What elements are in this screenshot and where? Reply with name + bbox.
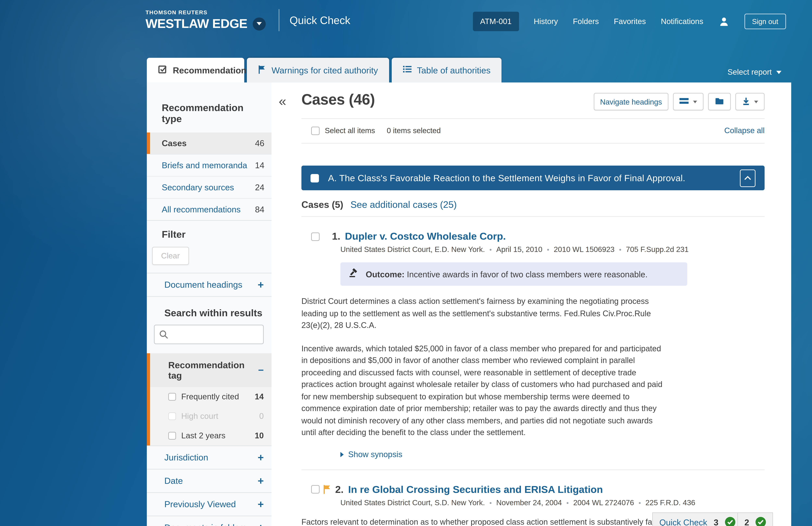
- filter-option-frequently-cited[interactable]: Frequently cited 14: [147, 387, 272, 407]
- select-all-checkbox[interactable]: [311, 126, 320, 135]
- section-heading-text: A. The Class's Favorable Reaction to the…: [328, 173, 685, 183]
- view-options-button[interactable]: [673, 93, 704, 111]
- search-within-results-input[interactable]: [154, 325, 264, 344]
- cases-subheader: Cases (5) See additional cases (25): [301, 199, 765, 210]
- case-title-link[interactable]: In re Global Crossing Securities and ERI…: [348, 483, 603, 495]
- minus-icon: [258, 367, 264, 374]
- section-label: Recommendation tag: [168, 360, 258, 381]
- outcome-text: Incentive awards in favor of two class m…: [407, 269, 648, 279]
- checkbox: [168, 412, 176, 420]
- chevron-down-icon: [257, 22, 262, 25]
- check-circle-icon: [725, 517, 735, 526]
- tab-table-of-authorities[interactable]: Table of authorities: [392, 58, 502, 83]
- quick-check-widget[interactable]: Quick Check 3: [652, 512, 742, 526]
- flag-icon: [258, 64, 266, 76]
- collapse-section-button[interactable]: [740, 169, 755, 187]
- sidebar-section-jurisdiction[interactable]: Jurisdiction: [147, 446, 272, 469]
- checkbox[interactable]: [168, 393, 176, 401]
- section-label: Date: [164, 476, 183, 486]
- select-report-dropdown[interactable]: Select report: [727, 68, 782, 77]
- section-label: Document headings: [164, 280, 242, 290]
- sidebar-item-briefs-and-memoranda[interactable]: Briefs and memoranda 14: [147, 154, 272, 176]
- chevron-down-icon: [754, 100, 758, 103]
- user-account-icon[interactable]: [718, 16, 729, 27]
- select-report-label: Select report: [727, 68, 772, 77]
- recommendation-type-list: Cases 46 Briefs and memoranda 14 Seconda…: [147, 132, 272, 220]
- clear-filters-button[interactable]: Clear: [152, 247, 189, 265]
- westlaw-cite: 2004 WL 2724076: [562, 498, 634, 506]
- sidebar-section-documents-in-folders[interactable]: Documents in folders: [147, 516, 272, 526]
- tab-recommendations[interactable]: Recommendations: [147, 58, 244, 83]
- quick-check-label: Quick Check: [659, 517, 707, 526]
- secondary-count: 2: [744, 517, 749, 526]
- filter-option-high-court: High court 0: [147, 407, 272, 426]
- sign-out-button[interactable]: Sign out: [744, 14, 786, 29]
- case-result-1: 1. Dupler v. Costco Wholesale Corp. Unit…: [301, 231, 765, 459]
- items-selected-count: 0 items selected: [387, 127, 440, 134]
- filter-title: Filter: [147, 221, 272, 239]
- plus-icon: [258, 454, 264, 461]
- quick-check-secondary-widget[interactable]: 2: [737, 512, 773, 526]
- quick-check-count: 3: [714, 517, 719, 526]
- case-title-link[interactable]: Dupler v. Costco Wholesale Corp.: [345, 231, 506, 242]
- save-to-folder-button[interactable]: [708, 93, 731, 111]
- filters-sidebar: Recommendation type Cases 46 Briefs and …: [147, 83, 272, 526]
- triangle-right-icon: [340, 452, 344, 457]
- sidebar-section-date[interactable]: Date: [147, 469, 272, 492]
- product-switcher-button[interactable]: [252, 17, 265, 30]
- option-label: High court: [181, 412, 218, 421]
- reporter-cite: 705 F.Supp.2d 231: [614, 246, 688, 253]
- nav-item-folders[interactable]: Folders: [573, 17, 599, 26]
- nav-item-history[interactable]: History: [534, 17, 558, 26]
- case-checkbox[interactable]: [311, 485, 320, 494]
- checkbox[interactable]: [168, 432, 176, 440]
- item-label: All recommendations: [162, 205, 241, 214]
- tab-warnings-for-cited-authority[interactable]: Warnings for cited authority: [247, 58, 389, 83]
- nav-item-notifications[interactable]: Notifications: [661, 17, 704, 26]
- page: THOMSON REUTERS WESTLAW EDGE Quick Check…: [0, 0, 812, 526]
- item-count: 46: [255, 138, 264, 148]
- search-within-results-title: Search within results: [147, 297, 272, 318]
- page-title: Cases (46): [301, 91, 375, 108]
- outcome-callout: Outcome: Incentive awards in favor of tw…: [340, 262, 687, 286]
- option-count: 14: [255, 392, 264, 401]
- show-synopsis-link[interactable]: Show synopsis: [340, 450, 765, 459]
- nav-item-client-id[interactable]: ATM-001: [473, 12, 519, 31]
- report-tabs: Recommendations Warnings for cited autho…: [147, 58, 502, 83]
- court: United States District Court, S.D. New Y…: [340, 498, 485, 506]
- court: United States District Court, E.D. New Y…: [340, 246, 485, 253]
- collapse-sidebar-button[interactable]: [279, 95, 286, 108]
- section-label: Jurisdiction: [164, 453, 208, 462]
- select-all-label: Select all items: [325, 127, 375, 134]
- item-count: 84: [255, 205, 264, 214]
- case-checkbox[interactable]: [311, 232, 320, 240]
- collapse-all-link[interactable]: Collapse all: [724, 126, 765, 135]
- case-paragraph: District Court determines a class action…: [301, 295, 665, 332]
- sidebar-section-previously-viewed[interactable]: Previously Viewed: [147, 493, 272, 516]
- section-checkbox[interactable]: [310, 174, 319, 182]
- section-heading-banner[interactable]: A. The Class's Favorable Reaction to the…: [301, 165, 765, 190]
- download-button[interactable]: [735, 93, 765, 111]
- brand: THOMSON REUTERS WESTLAW EDGE Quick Check: [145, 9, 350, 31]
- plus-icon: [258, 524, 264, 526]
- divider: [301, 118, 765, 119]
- sidebar-item-all-recommendations[interactable]: All recommendations 84: [147, 198, 272, 220]
- sidebar-item-cases[interactable]: Cases 46: [147, 132, 272, 154]
- list-icon: [403, 65, 412, 75]
- sidebar-section-recommendation-tag: Recommendation tag Frequently cited 14 H…: [147, 353, 272, 445]
- option-label: Frequently cited: [181, 392, 239, 401]
- header-nav: ATM-001 History Folders Favorites Notifi…: [473, 12, 786, 31]
- nav-item-favorites[interactable]: Favorites: [614, 17, 646, 26]
- filter-option-last-2-years[interactable]: Last 2 years 10: [147, 426, 272, 445]
- divider: [301, 143, 765, 144]
- cases-count-label: Cases (5): [301, 199, 343, 210]
- westlaw-cite: 2010 WL 1506923: [542, 246, 614, 253]
- item-count: 14: [255, 160, 264, 170]
- option-label: Last 2 years: [181, 431, 226, 440]
- recommendation-tag-header[interactable]: Recommendation tag: [147, 353, 272, 387]
- see-additional-cases-link[interactable]: See additional cases (25): [350, 199, 457, 210]
- select-all-row: Select all items 0 items selected Collap…: [301, 124, 765, 137]
- navigate-headings-button[interactable]: Navigate headings: [594, 93, 668, 111]
- sidebar-item-secondary-sources[interactable]: Secondary sources 24: [147, 176, 272, 198]
- sidebar-section-document-headings[interactable]: Document headings: [147, 273, 272, 296]
